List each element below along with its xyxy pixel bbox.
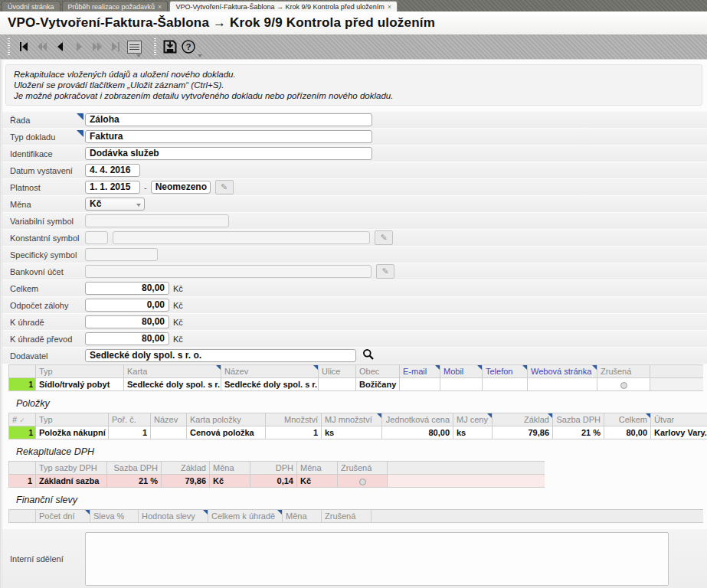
first-record-button[interactable]: [15, 38, 33, 56]
col-nazev[interactable]: Název: [151, 413, 187, 426]
col-sleva[interactable]: Sleva %: [90, 510, 139, 523]
odpocet-zalohy-field[interactable]: 0,00: [85, 299, 169, 312]
cell-zaklad[interactable]: 79,86: [493, 426, 553, 439]
col-celkem-k-uhrade[interactable]: Celkem k úhradě: [208, 510, 283, 523]
cell-sazba-dph[interactable]: 21 %: [553, 426, 604, 439]
col-zaklad[interactable]: Základ: [162, 462, 210, 475]
cell-celkem[interactable]: 80,00: [604, 426, 651, 439]
col-utvar[interactable]: Útvar: [651, 413, 707, 426]
toolbar-grip[interactable]: [8, 38, 10, 55]
specificky-symbol-field[interactable]: [85, 248, 158, 261]
k-uhrade-field[interactable]: 80,00: [85, 315, 169, 328]
col-webova-stranka[interactable]: Webová stránka: [528, 365, 597, 378]
table-row[interactable]: 1 Položka nákupní 1 Cenová položka 1 ks …: [9, 426, 707, 439]
row-number-cell[interactable]: 1: [9, 426, 36, 439]
mena-select[interactable]: Kč: [85, 198, 145, 211]
konstantni-symbol-text-field[interactable]: [113, 231, 370, 244]
cell-typ-sazby-dph[interactable]: Základní sazba: [36, 475, 107, 488]
platnost-do-field[interactable]: Neomezeno: [151, 181, 211, 194]
col-mj-ceny[interactable]: MJ ceny: [453, 413, 493, 426]
cell-karta-polozky[interactable]: Cenová položka: [187, 426, 266, 439]
cell-email[interactable]: [400, 378, 440, 391]
col-mj-mnozstvi[interactable]: MJ množství: [322, 413, 382, 426]
next-page-button[interactable]: [88, 38, 106, 56]
col-celkem[interactable]: Celkem: [604, 413, 651, 426]
cell-jednotkova-cena[interactable]: 80,00: [382, 426, 453, 439]
datum-vystaveni-field[interactable]: 4. 4. 2016: [85, 164, 140, 177]
tab-progress[interactable]: Průběh realizace požadavků ×: [62, 1, 169, 11]
col-hodnota-slevy[interactable]: Hodnota slevy: [139, 510, 208, 523]
col-zrusena[interactable]: Zrušená: [597, 365, 650, 378]
dodavatel-field[interactable]: Sedlecké doly spol. s r. o.: [85, 349, 356, 362]
konstantni-symbol-code-field[interactable]: [85, 231, 108, 244]
variabilni-symbol-field[interactable]: [85, 214, 229, 227]
edit-bankovni-ucet-button[interactable]: ✎: [376, 264, 394, 279]
cell-por-c[interactable]: 1: [109, 426, 151, 439]
table-row[interactable]: 1 Základní sazba 21 % 79,86 Kč 0,14 Kč: [9, 475, 545, 488]
col-sazba-dph[interactable]: Sazba DPH: [553, 413, 604, 426]
cell-mj-ceny[interactable]: ks: [453, 426, 493, 439]
col-por-c[interactable]: Poř. č.: [109, 413, 151, 426]
col-dph[interactable]: DPH: [250, 462, 297, 475]
cell-ulice[interactable]: [319, 378, 356, 391]
table-row[interactable]: 1 Sídlo/trvalý pobyt Sedlecké doly spol.…: [9, 378, 704, 391]
celkem-field[interactable]: 80,00: [85, 282, 169, 295]
cell-nazev[interactable]: Sedlecké doly spol. s r. o.: [221, 378, 319, 391]
cell-zaklad[interactable]: 79,86: [162, 475, 210, 488]
row-number-header[interactable]: [9, 365, 36, 378]
toolbar-grip[interactable]: [154, 38, 156, 55]
cell-mnozstvi[interactable]: 1: [266, 426, 322, 439]
row-number-header[interactable]: [9, 462, 36, 475]
previous-record-button[interactable]: [51, 38, 70, 56]
identifikace-field[interactable]: Dodávka služeb: [85, 147, 372, 160]
cell-mobil[interactable]: [440, 378, 483, 391]
interni-sdeleni-textarea[interactable]: [85, 532, 669, 586]
cell-webova-stranka[interactable]: [528, 378, 597, 391]
cell-nazev[interactable]: [151, 426, 187, 439]
col-mena[interactable]: Měna: [210, 462, 250, 475]
col-typ[interactable]: Typ: [36, 365, 124, 378]
cell-zrusena[interactable]: [338, 475, 388, 488]
col-typ-sazby-dph[interactable]: Typ sazby DPH: [36, 462, 107, 475]
col-ulice[interactable]: Ulice: [319, 365, 356, 378]
cancelled-radio-icon[interactable]: [620, 382, 627, 389]
col-zrusena[interactable]: Zrušená: [338, 462, 388, 475]
col-telefon[interactable]: Telefon: [483, 365, 528, 378]
cell-mj-mnozstvi[interactable]: ks: [322, 426, 382, 439]
cell-zrusena[interactable]: [597, 378, 650, 391]
col-karta[interactable]: Karta: [124, 365, 221, 378]
col-num[interactable]: #✓: [9, 413, 36, 426]
cell-karta[interactable]: Sedlecké doly spol. s r. o.: [124, 378, 221, 391]
previous-page-button[interactable]: [33, 38, 51, 56]
tab-home[interactable]: Úvodní stránka: [2, 1, 61, 11]
help-button[interactable]: ?: [179, 38, 198, 56]
cell-mena[interactable]: Kč: [210, 475, 250, 488]
cell-sazba-dph[interactable]: 21 %: [107, 475, 162, 488]
save-record-button[interactable]: [161, 38, 179, 56]
rada-field[interactable]: Záloha: [85, 113, 372, 126]
cell-utvar[interactable]: Karlovy Vary.Drahovice: [651, 426, 707, 439]
col-typ[interactable]: Typ: [36, 413, 109, 426]
cell-typ[interactable]: Sídlo/trvalý pobyt: [36, 378, 124, 391]
cell-dph[interactable]: 0,14: [250, 475, 297, 488]
k-uhrade-prevod-field[interactable]: 80,00: [85, 332, 169, 345]
cell-obec[interactable]: Božičany: [356, 378, 400, 391]
platnost-od-field[interactable]: 1. 1. 2015: [85, 181, 140, 194]
col-zaklad[interactable]: Základ: [493, 413, 553, 426]
col-zrusena[interactable]: Zrušená: [322, 510, 372, 523]
toolbar-group-caret-icon[interactable]: [198, 54, 202, 57]
col-pocet-dni[interactable]: Počet dní: [36, 510, 90, 523]
row-number-cell[interactable]: 1: [9, 475, 36, 488]
tab-close-icon[interactable]: ×: [388, 3, 391, 11]
col-jednotkova-cena[interactable]: Jednotková cena: [382, 413, 453, 426]
dodavatel-search-button[interactable]: [362, 348, 375, 363]
next-record-button[interactable]: [70, 38, 88, 56]
col-karta-polozky[interactable]: Karta položky: [187, 413, 266, 426]
cell-mena[interactable]: Kč: [297, 475, 338, 488]
record-list-button[interactable]: [125, 38, 143, 56]
typ-dokladu-field[interactable]: Faktura: [85, 130, 372, 143]
col-mena[interactable]: Měna: [297, 462, 338, 475]
col-email[interactable]: E-mail: [400, 365, 440, 378]
col-mena[interactable]: Měna: [283, 510, 322, 523]
row-number-cell[interactable]: 1: [9, 378, 36, 391]
